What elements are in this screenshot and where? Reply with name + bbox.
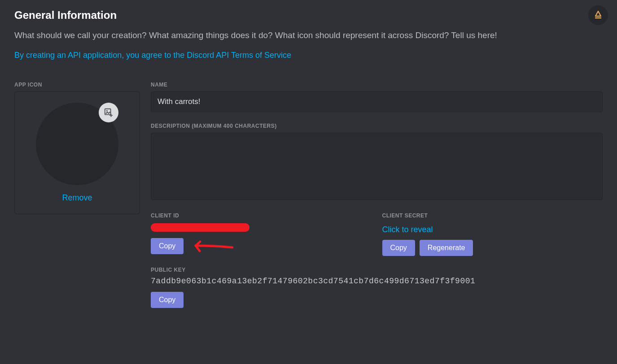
reveal-secret-link[interactable]: Click to reveal [382, 225, 433, 234]
remove-icon-link[interactable]: Remove [62, 193, 92, 203]
app-logo-icon [593, 10, 604, 21]
public-key-value: 7addb9e063b1c469a13eb2f71479602bc3cd7541… [151, 277, 603, 286]
app-icon-box: Remove [14, 91, 140, 214]
client-id-redacted [151, 223, 249, 232]
tos-agree-link[interactable]: By creating an API application, you agre… [14, 51, 291, 60]
client-secret-label: CLIENT SECRET [382, 212, 603, 219]
app-icon-label: APP ICON [14, 82, 140, 88]
copy-client-id-button[interactable]: Copy [151, 238, 184, 254]
client-id-label: CLIENT ID [151, 212, 372, 219]
app-icon-preview[interactable] [36, 103, 118, 185]
app-logo-badge [588, 5, 608, 25]
svg-point-1 [106, 110, 108, 112]
description-label: DESCRIPTION (MAXIMUM 400 CHARACTERS) [151, 123, 603, 129]
copy-public-key-button[interactable]: Copy [151, 292, 184, 308]
upload-icon-button[interactable] [99, 103, 118, 122]
public-key-label: PUBLIC KEY [151, 267, 603, 273]
name-label: NAME [151, 82, 603, 88]
description-textarea[interactable] [151, 133, 603, 200]
name-input[interactable] [151, 91, 603, 112]
page-title: General Information [14, 9, 603, 22]
image-add-icon [104, 108, 114, 117]
page-intro: What should we call your creation? What … [14, 29, 593, 42]
copy-client-secret-button[interactable]: Copy [382, 240, 415, 256]
regenerate-secret-button[interactable]: Regenerate [420, 240, 473, 256]
